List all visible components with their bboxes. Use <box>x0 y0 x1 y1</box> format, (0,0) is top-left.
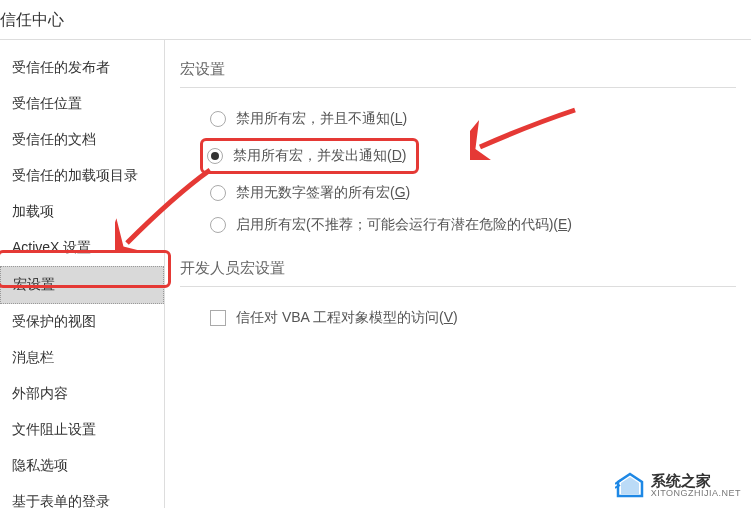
macro-option-disable-no-notify[interactable]: 禁用所有宏，并且不通知(L) <box>210 103 736 135</box>
sidebar-item-macro-settings[interactable]: 宏设置 <box>0 266 164 304</box>
dev-vba-checkbox[interactable]: 信任对 VBA 工程对象模型的访问(V) <box>210 302 736 334</box>
sidebar-item-trusted-addin-catalogs[interactable]: 受信任的加载项目录 <box>0 158 164 194</box>
radio-icon <box>207 148 223 164</box>
macro-option-disable-unsigned[interactable]: 禁用无数字签署的所有宏(G) <box>210 177 736 209</box>
watermark-en: XITONGZHIJIA.NET <box>651 489 741 499</box>
radio-label: 禁用所有宏，并发出通知(D) <box>233 147 406 165</box>
radio-label: 启用所有宏(不推荐；可能会运行有潜在危险的代码)(E) <box>236 216 572 234</box>
radio-label: 禁用无数字签署的所有宏(G) <box>236 184 410 202</box>
radio-icon <box>210 185 226 201</box>
sidebar-item-external-content[interactable]: 外部内容 <box>0 376 164 412</box>
sidebar-nav: 受信任的发布者 受信任位置 受信任的文档 受信任的加载项目录 加载项 Activ… <box>0 40 165 508</box>
sidebar-item-activex-settings[interactable]: ActiveX 设置 <box>0 230 164 266</box>
checkbox-icon <box>210 310 226 326</box>
watermark: 系统之家 XITONGZHIJIA.NET <box>615 472 741 500</box>
sidebar-item-addins[interactable]: 加载项 <box>0 194 164 230</box>
sidebar-item-file-block[interactable]: 文件阻止设置 <box>0 412 164 448</box>
macro-option-disable-with-notify[interactable]: 禁用所有宏，并发出通知(D) <box>200 138 419 174</box>
radio-icon <box>210 111 226 127</box>
radio-icon <box>210 217 226 233</box>
sidebar-item-trusted-documents[interactable]: 受信任的文档 <box>0 122 164 158</box>
dev-section-title: 开发人员宏设置 <box>180 259 736 287</box>
macro-option-enable-all[interactable]: 启用所有宏(不推荐；可能会运行有潜在危险的代码)(E) <box>210 209 736 241</box>
checkbox-label: 信任对 VBA 工程对象模型的访问(V) <box>236 309 458 327</box>
sidebar-item-protected-view[interactable]: 受保护的视图 <box>0 304 164 340</box>
sidebar-item-trusted-locations[interactable]: 受信任位置 <box>0 86 164 122</box>
window-title: 信任中心 <box>0 0 751 40</box>
watermark-cn: 系统之家 <box>651 473 741 490</box>
macro-radio-group: 禁用所有宏，并且不通知(L) 禁用所有宏，并发出通知(D) 禁用无数字签署的所有… <box>210 103 736 241</box>
sidebar-item-message-bar[interactable]: 消息栏 <box>0 340 164 376</box>
watermark-logo-icon <box>615 472 645 500</box>
radio-label: 禁用所有宏，并且不通知(L) <box>236 110 407 128</box>
sidebar-item-trusted-publishers[interactable]: 受信任的发布者 <box>0 50 164 86</box>
sidebar-item-form-login[interactable]: 基于表单的登录 <box>0 484 164 508</box>
sidebar-item-privacy-options[interactable]: 隐私选项 <box>0 448 164 484</box>
macro-section-title: 宏设置 <box>180 60 736 88</box>
